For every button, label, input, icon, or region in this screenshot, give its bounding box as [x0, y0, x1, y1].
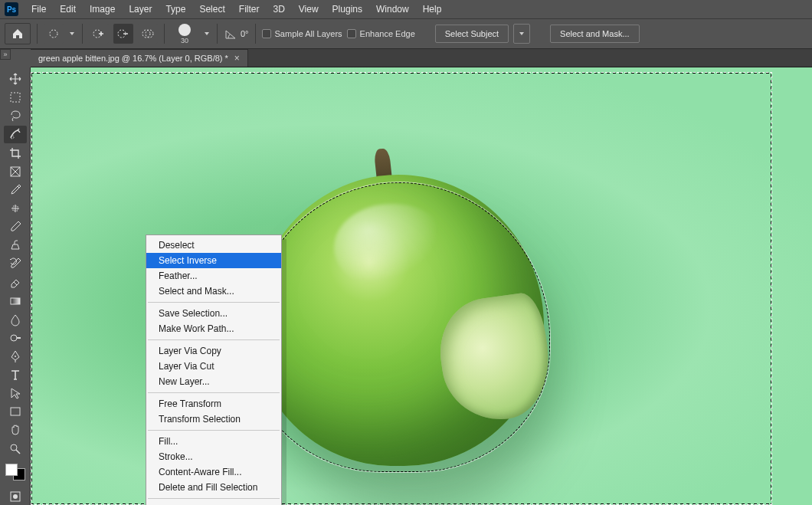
svg-point-1 — [93, 30, 101, 38]
subtract-selection-icon[interactable] — [113, 24, 133, 44]
document-tab[interactable]: green apple bitten.jpg @ 16.7% (Layer 0,… — [31, 49, 248, 67]
move-tool[interactable] — [4, 71, 27, 87]
dodge-tool[interactable] — [4, 330, 27, 346]
marching-ants-outer — [31, 72, 772, 505]
history-brush-tool[interactable] — [4, 255, 27, 272]
frame-tool[interactable] — [4, 163, 27, 180]
separator — [255, 24, 256, 44]
ctx-delete-and-fill-selection[interactable]: Delete and Fill Selection — [146, 480, 281, 495]
artboard[interactable]: DeselectSelect InverseFeather...Select a… — [31, 67, 812, 505]
menu-help[interactable]: Help — [416, 1, 449, 18]
ctx-make-work-path[interactable]: Make Work Path... — [146, 321, 281, 336]
ctx-new-layer[interactable]: New Layer... — [146, 374, 281, 389]
ctx-layer-via-copy[interactable]: Layer Via Copy — [146, 343, 281, 359]
svg-point-3 — [142, 30, 150, 38]
menu-window[interactable]: Window — [369, 1, 416, 18]
pen-tool[interactable] — [4, 348, 27, 365]
blur-tool[interactable] — [4, 311, 27, 328]
ctx-feather[interactable]: Feather... — [146, 268, 281, 284]
menu-3d[interactable]: 3D — [266, 1, 291, 18]
eraser-tool[interactable] — [4, 274, 27, 290]
lasso-tool[interactable] — [4, 107, 27, 124]
healing-brush-tool[interactable] — [4, 200, 27, 217]
ctx-select-inverse[interactable]: Select Inverse — [146, 253, 281, 268]
ctx-content-aware-fill[interactable]: Content-Aware Fill... — [146, 464, 281, 480]
brush-tool[interactable] — [4, 218, 27, 235]
menu-filter[interactable]: Filter — [232, 1, 267, 18]
menu-edit[interactable]: Edit — [53, 1, 83, 18]
rectangle-tool[interactable] — [4, 403, 27, 420]
menu-type[interactable]: Type — [159, 1, 192, 18]
image-apple — [253, 175, 544, 466]
apple-bite — [434, 290, 557, 427]
crop-tool[interactable] — [4, 145, 27, 162]
eyedropper-tool[interactable] — [4, 182, 27, 198]
enhance-edge-checkbox[interactable]: Enhance Edge — [347, 29, 415, 38]
intersect-selection-icon[interactable] — [138, 24, 158, 44]
edit-quick-mask[interactable] — [4, 488, 27, 505]
type-tool[interactable] — [4, 366, 27, 383]
brush-preview[interactable]: 30 — [171, 24, 198, 44]
gradient-tool[interactable] — [4, 293, 27, 310]
dropdown-caret-icon[interactable] — [203, 30, 211, 38]
hand-tool[interactable] — [4, 421, 27, 438]
svg-rect-14 — [11, 492, 20, 501]
menu-file[interactable]: File — [25, 1, 53, 18]
svg-point-10 — [11, 335, 17, 341]
ctx-select-and-mask[interactable]: Select and Mask... — [146, 284, 281, 299]
separator — [148, 392, 280, 393]
ctx-deselect[interactable]: Deselect — [146, 238, 281, 253]
menu-layer[interactable]: Layer — [122, 1, 159, 18]
menu-image[interactable]: Image — [83, 1, 122, 18]
svg-point-4 — [146, 30, 153, 38]
ctx-save-selection[interactable]: Save Selection... — [146, 306, 281, 321]
home-button[interactable] — [5, 23, 31, 44]
close-icon[interactable]: × — [234, 53, 240, 64]
separator — [148, 339, 280, 340]
menu-plugins[interactable]: Plugins — [326, 1, 369, 18]
ctx-stroke[interactable]: Stroke... — [146, 449, 281, 464]
svg-point-2 — [118, 30, 126, 38]
document-tab-bar: green apple bitten.jpg @ 16.7% (Layer 0,… — [31, 49, 812, 67]
menu-bar: Ps FileEditImageLayerTypeSelectFilter3DV… — [0, 0, 812, 18]
ctx-transform-selection[interactable]: Transform Selection — [146, 412, 281, 427]
app-logo: Ps — [5, 2, 18, 16]
select-subject-button[interactable]: Select Subject — [435, 25, 509, 43]
svg-point-6 — [11, 136, 14, 139]
ctx-layer-via-cut[interactable]: Layer Via Cut — [146, 359, 281, 374]
brush-angle[interactable]: 0° — [224, 27, 249, 41]
checkbox-label: Enhance Edge — [360, 29, 415, 38]
color-swatches[interactable] — [5, 464, 25, 480]
dropdown-caret-icon[interactable] — [68, 30, 76, 38]
angle-icon — [224, 27, 237, 41]
menu-view[interactable]: View — [292, 1, 326, 18]
select-and-mask-button[interactable]: Select and Mask... — [550, 25, 640, 43]
separator — [148, 430, 280, 431]
add-selection-icon[interactable] — [89, 24, 109, 44]
sample-all-layers-checkbox[interactable]: Sample All Layers — [262, 29, 342, 38]
separator — [217, 24, 218, 44]
zoom-tool[interactable] — [4, 441, 27, 457]
marching-ants-apple — [248, 182, 550, 472]
quick-selection-tool[interactable] — [4, 126, 27, 143]
clone-stamp-tool[interactable] — [4, 237, 27, 254]
svg-rect-5 — [11, 93, 20, 102]
svg-point-0 — [50, 30, 57, 38]
checkbox-icon — [347, 29, 356, 38]
svg-rect-8 — [13, 206, 18, 211]
ctx-last-filter: Last Filter — [146, 502, 281, 505]
separator — [148, 498, 280, 499]
canvas-area[interactable]: DeselectSelect InverseFeather...Select a… — [31, 67, 812, 505]
panel-flyout-toggle[interactable]: » — [0, 49, 11, 60]
ctx-free-transform[interactable]: Free Transform — [146, 396, 281, 412]
options-bar: 30 0° Sample All Layers Enhance Edge Sel… — [0, 18, 812, 49]
path-selection-tool[interactable] — [4, 385, 27, 402]
new-selection-icon[interactable] — [44, 24, 64, 44]
foreground-color[interactable] — [5, 464, 18, 476]
select-subject-dropdown[interactable] — [513, 24, 530, 44]
menu-select[interactable]: Select — [192, 1, 231, 18]
marquee-tool[interactable] — [4, 89, 27, 106]
ctx-fill[interactable]: Fill... — [146, 434, 281, 449]
separator — [148, 302, 280, 303]
tools-panel — [0, 67, 31, 505]
